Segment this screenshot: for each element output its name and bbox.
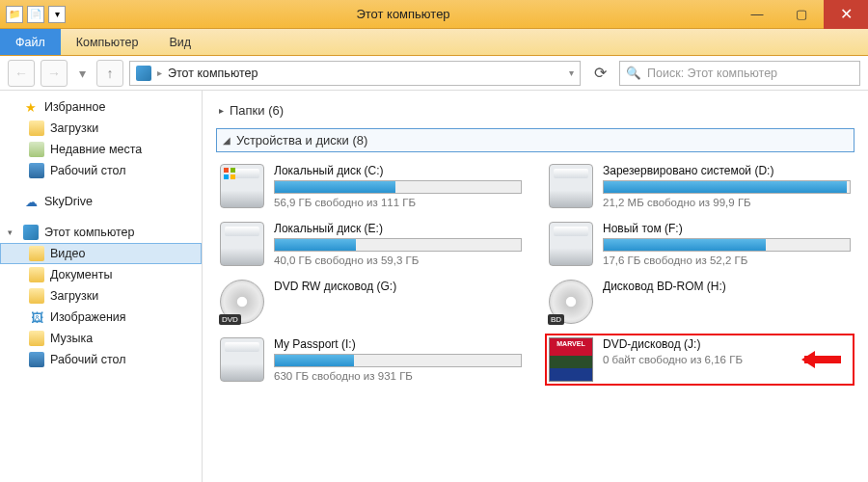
disc-badge: DVD [219,314,241,325]
chevron-right-icon: ▸ [219,105,224,116]
sidebar-item-label: Рабочий стол [50,164,125,177]
sidebar-item-downloads2[interactable]: Загрузки [0,285,202,307]
toolbar: ← → ▾ ↑ ▸ Этот компьютер ▾ ⟳ 🔍 Поиск: Эт… [0,56,868,91]
sidebar-item-pictures[interactable]: 🖼 Изображения [0,307,202,328]
sidebar-item-label: Рабочий стол [50,353,125,366]
sidebar-item-label: Изображения [50,310,126,324]
sidebar-favorites[interactable]: ★ Избранное [0,96,202,118]
sidebar-item-desktop2[interactable]: Рабочий стол [0,349,202,370]
nav-pane: ★ Избранное Загрузки Недавние места Рабо… [0,91,203,482]
desktop-icon [29,163,44,178]
drive-name: DVD RW дисковод (G:) [274,280,522,293]
sidebar-thispc[interactable]: ▾ Этот компьютер [0,222,202,243]
capacity-bar [274,238,522,252]
sidebar-item-desktop[interactable]: Рабочий стол [0,160,202,181]
star-icon: ★ [23,99,39,115]
nav-up-button[interactable]: ↑ [96,60,123,87]
disc-badge: BD [548,314,564,325]
drive-info: Новый том (F:)17,6 ГБ свободно из 52,2 Г… [603,222,851,266]
search-input[interactable]: 🔍 Поиск: Этот компьютер [619,61,860,86]
minimize-button[interactable]: — [735,0,779,29]
refresh-button[interactable]: ⟳ [586,61,613,86]
drive-info: Локальный диск (E:)40,0 ГБ свободно из 5… [274,222,522,266]
close-button[interactable]: ✕ [824,0,868,29]
disc-cover-icon [549,337,593,382]
hdd-icon [549,164,593,208]
section-folders[interactable]: ▸ Папки (6) [216,98,854,122]
search-placeholder: Поиск: Этот компьютер [647,67,777,80]
drive-info: Зарезервировано системой (D:)21,2 МБ сво… [603,164,851,208]
cloud-icon: ☁ [23,194,39,209]
maximize-button[interactable]: ▢ [779,0,824,29]
breadcrumb[interactable]: Этот компьютер [168,67,258,80]
tab-computer[interactable]: Компьютер [61,29,154,55]
address-bar[interactable]: ▸ Этот компьютер ▾ [129,61,581,86]
breadcrumb-sep-icon: ▸ [157,67,162,78]
annotation-arrow-icon [793,351,841,368]
drive-item[interactable]: BDДисковод BD-ROM (H:) [545,276,854,328]
qa-icon-2[interactable]: ▾ [48,6,66,23]
drive-item[interactable]: Локальный диск (E:)40,0 ГБ свободно из 5… [216,218,526,270]
dvd-icon: BD [549,280,593,324]
nav-forward-button[interactable]: → [41,60,68,87]
folder-icon [29,267,44,282]
tab-file[interactable]: Файл [0,29,61,55]
window-title: Этот компьютер [71,7,735,21]
folder-icon [29,246,44,261]
folder-icon [29,331,44,346]
tab-view[interactable]: Вид [153,29,206,55]
drive-free-text: 17,6 ГБ свободно из 52,2 ГБ [603,254,851,266]
sidebar-favorites-label: Избранное [44,100,105,114]
window-buttons: — ▢ ✕ [735,0,868,29]
section-folders-label: Папки (6) [230,103,284,118]
drive-name: Локальный диск (C:) [274,164,522,177]
places-icon [29,142,44,157]
drive-name: Новый том (F:) [603,222,851,235]
drive-item[interactable]: Зарезервировано системой (D:)21,2 МБ сво… [545,160,854,212]
desktop-icon [29,352,44,367]
sidebar-item-label: Документы [50,268,112,281]
folder-icon [29,288,44,304]
search-icon: 🔍 [626,66,641,80]
drive-info: Локальный диск (C:)56,9 ГБ свободно из 1… [274,164,522,208]
chevron-down-icon: ◢ [223,135,231,146]
expand-icon: ▾ [8,228,17,237]
drive-item[interactable]: DVDDVD RW дисковод (G:) [216,276,526,328]
sidebar-item-music[interactable]: Музыка [0,328,202,349]
sidebar-item-label: Загрузки [50,289,98,303]
ribbon-tabs: Файл Компьютер Вид [0,29,868,56]
capacity-bar [603,238,851,252]
section-devices[interactable]: ◢ Устройства и диски (8) [216,128,854,152]
content-pane: ▸ Папки (6) ◢ Устройства и диски (8) Лок… [203,91,868,482]
hdd-icon [220,337,264,382]
drive-info: DVD RW дисковод (G:) [274,280,522,296]
drive-item[interactable]: Локальный диск (C:)56,9 ГБ свободно из 1… [216,160,526,212]
nav-back-button[interactable]: ← [8,60,35,87]
qa-icon-1[interactable]: 📄 [27,6,44,23]
drive-name: DVD-дисковод (J:) [603,337,851,351]
capacity-bar [274,180,522,194]
hdd-icon [549,222,593,266]
sidebar-item-videos[interactable]: Видео [0,243,202,264]
hdd-icon [220,164,264,208]
hdd-icon [220,222,264,266]
drive-free-text: 56,9 ГБ свободно из 111 ГБ [274,197,522,208]
chevron-down-icon[interactable]: ▾ [569,67,574,78]
sidebar-item-recent-places[interactable]: Недавние места [0,139,202,160]
pc-icon [23,225,39,240]
sidebar-item-label: Видео [50,247,86,260]
drive-name: Локальный диск (E:) [274,222,522,235]
drive-item[interactable]: Новый том (F:)17,6 ГБ свободно из 52,2 Г… [545,218,854,270]
section-devices-label: Устройства и диски (8) [236,133,367,147]
sidebar-item-documents[interactable]: Документы [0,264,202,285]
sidebar-item-downloads[interactable]: Загрузки [0,118,202,139]
drive-free-text: 630 ГБ свободно из 931 ГБ [274,370,522,382]
drive-item[interactable]: My Passport (I:)630 ГБ свободно из 931 Г… [216,334,526,386]
capacity-bar [274,354,522,367]
nav-history-button[interactable]: ▾ [73,60,91,87]
drive-info: Дисковод BD-ROM (H:) [603,280,851,296]
sidebar-skydrive[interactable]: ☁ SkyDrive [0,191,202,212]
drive-free-text: 21,2 МБ свободно из 99,9 ГБ [603,197,851,208]
sidebar-item-label: Загрузки [50,121,98,135]
capacity-bar [603,180,851,194]
